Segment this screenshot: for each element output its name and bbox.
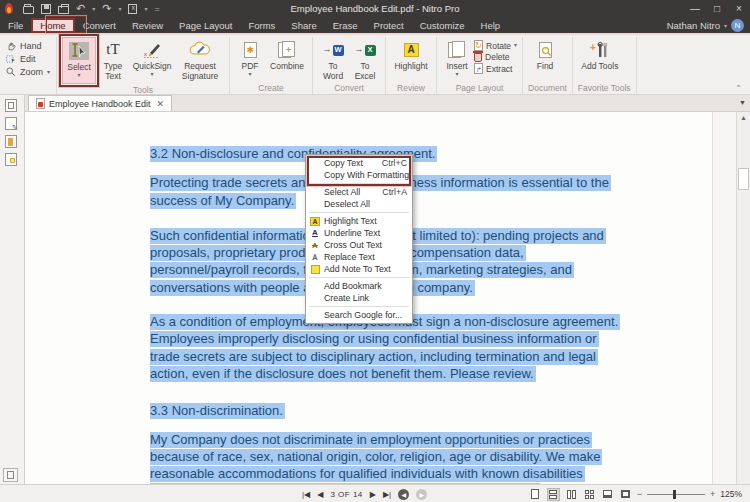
pages-panel-icon[interactable]: [5, 99, 17, 112]
quicksign-dropdown-icon[interactable]: ▾: [144, 5, 147, 12]
print-icon[interactable]: [58, 6, 69, 14]
insert-button[interactable]: Insert ▾: [442, 37, 472, 77]
avatar[interactable]: N: [731, 19, 744, 32]
menu-add-bookmark[interactable]: Add Bookmark: [306, 280, 412, 292]
menu-create-link[interactable]: Create Link: [306, 292, 412, 304]
panel-toggle-button[interactable]: [3, 468, 18, 482]
request-signature-button[interactable]: Request Signature: [176, 37, 224, 81]
undo-icon[interactable]: ↶: [76, 3, 85, 14]
tab-list-dropdown-icon[interactable]: ▼: [739, 99, 746, 106]
select-cursor-icon: [69, 42, 89, 60]
ribbon-group-create: ✱ PDF ▾ + Combine Create: [230, 37, 313, 94]
previous-view-icon[interactable]: ◀: [398, 489, 409, 500]
find-button[interactable]: Find: [528, 37, 562, 72]
pdf-button[interactable]: ✱ PDF ▾: [235, 37, 265, 77]
view-fit-width-icon[interactable]: [601, 488, 614, 501]
menu-highlight-text[interactable]: A Highlight Text: [306, 215, 412, 227]
menu-customize[interactable]: Customize: [412, 18, 473, 33]
signatures-panel-icon[interactable]: ✎: [5, 117, 17, 130]
delete-button[interactable]: Delete: [474, 52, 517, 62]
select-button[interactable]: Select ▾: [62, 37, 96, 84]
ribbon-group-page-layout: Insert ▾ ↻ Rotate ▾ Delete ↱ Extract: [437, 37, 523, 94]
quicksign-button[interactable]: x QuickSign ▾: [130, 37, 174, 77]
edit-tool-button[interactable]: Edit: [6, 54, 50, 64]
menu-select-all[interactable]: Select All Ctrl+A: [306, 186, 412, 198]
hand-tool-button[interactable]: Hand: [6, 41, 50, 51]
redo-dropdown-icon[interactable]: ▾: [118, 5, 121, 12]
menu-convert[interactable]: Convert: [75, 18, 124, 33]
document-tab[interactable]: Employee Handbook Edit ✕: [28, 95, 172, 111]
view-facing-icon[interactable]: [565, 488, 578, 501]
extract-button[interactable]: ↱ Extract: [474, 63, 517, 74]
menu-review[interactable]: Review: [124, 18, 171, 33]
pdf-file-icon: [36, 98, 45, 109]
rotate-page-icon: ↻: [474, 40, 483, 51]
next-page-icon[interactable]: ▶: [370, 490, 376, 499]
type-text-button[interactable]: tT Type Text: [98, 37, 128, 81]
menu-copy-text[interactable]: Copy Text Ctrl+C: [306, 157, 412, 169]
ribbon-collapse-icon[interactable]: ⌃: [735, 84, 742, 93]
redo-icon[interactable]: ↷: [102, 3, 111, 14]
svg-text:+: +: [590, 42, 596, 53]
next-view-icon[interactable]: ▶: [416, 489, 427, 500]
find-page-icon: [539, 42, 552, 58]
account-menu[interactable]: Nathan Nitro ▾ N: [667, 19, 750, 32]
zoom-level[interactable]: 125%: [720, 489, 742, 499]
highlight-button[interactable]: A Highlight: [391, 37, 431, 72]
menu-forms[interactable]: Forms: [240, 18, 283, 33]
customize-qat-icon[interactable]: =: [154, 4, 160, 14]
tab-close-icon[interactable]: ✕: [157, 99, 165, 109]
to-word-button[interactable]: →W To Word: [318, 37, 348, 81]
menu-deselect-all[interactable]: Deselect All: [306, 198, 412, 210]
menu-replace-text[interactable]: Ā Replace Text: [306, 251, 412, 263]
menu-separator: [309, 277, 409, 278]
security-panel-icon[interactable]: [5, 153, 17, 166]
hand-icon: [6, 41, 16, 51]
menu-cross-out-text[interactable]: A Cross Out Text: [306, 239, 412, 251]
previous-page-icon[interactable]: ◀: [317, 490, 323, 499]
menu-help[interactable]: Help: [473, 18, 509, 33]
save-icon[interactable]: [41, 4, 51, 14]
menu-share[interactable]: Share: [283, 18, 324, 33]
arrow-icon: →: [323, 45, 332, 55]
menu-search-google[interactable]: Search Google for...: [306, 309, 412, 321]
quicksign-qat-icon[interactable]: [128, 4, 137, 14]
paragraph: My Company does not discriminate in empl…: [150, 431, 710, 484]
zoom-in-icon[interactable]: +: [710, 489, 715, 499]
open-file-icon[interactable]: [23, 6, 34, 14]
vertical-scrollbar[interactable]: ▲: [736, 112, 750, 484]
menu-erase[interactable]: Erase: [325, 18, 366, 33]
account-name: Nathan Nitro: [667, 20, 720, 31]
zoom-tool-button[interactable]: Zoom ▾: [6, 67, 50, 77]
shortcut-label: Ctrl+C: [374, 158, 407, 168]
view-fullscreen-icon[interactable]: [619, 488, 632, 501]
maximize-icon[interactable]: □: [706, 0, 728, 17]
menu-page-layout[interactable]: Page Layout: [171, 18, 240, 33]
minimize-icon[interactable]: —: [684, 0, 706, 17]
rotate-button[interactable]: ↻ Rotate ▾: [474, 40, 517, 51]
combine-button[interactable]: + Combine: [267, 37, 307, 72]
view-continuous-icon[interactable]: [547, 488, 560, 501]
attachments-panel-icon[interactable]: [5, 135, 17, 148]
first-page-icon[interactable]: |◀: [302, 490, 310, 499]
menu-underline-text[interactable]: A Underline Text: [306, 227, 412, 239]
menu-copy-with-formatting[interactable]: Copy With Formatting: [306, 169, 412, 181]
close-icon[interactable]: ×: [728, 0, 750, 17]
to-excel-button[interactable]: →X To Excel: [350, 37, 380, 81]
view-single-page-icon[interactable]: [529, 488, 542, 501]
page-indicator[interactable]: 3 OF 14: [330, 490, 362, 499]
menu-add-note-to-text[interactable]: Add Note To Text: [306, 263, 412, 275]
view-facing-continuous-icon[interactable]: [583, 488, 596, 501]
undo-dropdown-icon[interactable]: ▾: [92, 5, 95, 12]
scrollbar-thumb[interactable]: [738, 168, 749, 190]
menu-file[interactable]: File: [0, 18, 31, 33]
menu-home[interactable]: Home: [31, 18, 74, 33]
zoom-slider-thumb[interactable]: [673, 490, 676, 499]
zoom-slider[interactable]: [647, 494, 705, 495]
paragraph: Protecting trade secrets and confidentia…: [150, 174, 710, 209]
scroll-up-icon[interactable]: ▲: [737, 112, 750, 121]
zoom-out-icon[interactable]: −: [637, 489, 642, 499]
last-page-icon[interactable]: ▶|: [383, 490, 391, 499]
add-tools-button[interactable]: + Add Tools: [578, 37, 622, 72]
menu-protect[interactable]: Protect: [366, 18, 412, 33]
